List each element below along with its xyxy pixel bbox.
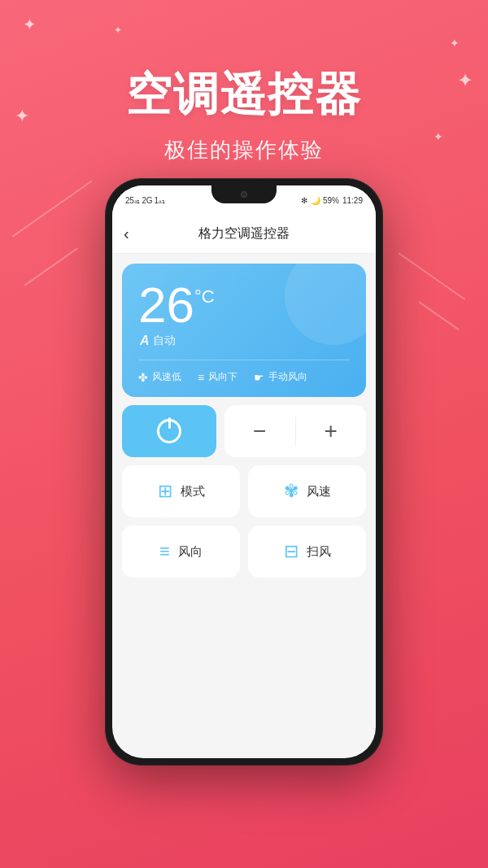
power-icon [157,419,181,443]
swing-button-label: 扫风 [307,544,331,560]
wind-direction-info: ≡ 风向下 [198,370,237,384]
temperature-card: 26 °C A 自动 ✤ 风速低 ≡ 风向下 [122,264,366,397]
mode-label: 自动 [153,334,176,348]
bluetooth-icon: ✻ [301,196,307,205]
wind-speed-func-icon: ✾ [284,481,298,502]
temp-display: 26 °C [138,280,350,330]
power-button[interactable] [122,405,216,457]
temp-increase-button[interactable]: + [296,405,367,457]
wind-speed-button[interactable]: ✾ 风速 [248,465,366,517]
wind-speed-label: 风速低 [152,370,181,384]
phone-outer: 25ₐ₁ 2G 1ₐ₁ ✻ 🌙 59% 11:29 ‹ 格力空调遥控器 26 [106,179,382,765]
mode-button[interactable]: ⊞ 模式 [122,465,240,517]
time-display: 11:29 [342,196,363,205]
mode-letter: A [140,334,150,348]
wind-direction-func-icon: ≡ [159,541,170,562]
temperature-value: 26 [138,280,194,330]
temperature-unit: °C [194,286,215,308]
wind-manual-icon: ☛ [254,371,264,384]
wind-direction-label: 风向下 [208,370,237,384]
swing-func-icon: ⊟ [284,541,298,562]
mode-icon: ⊞ [158,481,172,502]
wind-speed-icon: ✤ [138,371,148,384]
app-header: ‹ 格力空调遥控器 [112,215,376,254]
status-right: ✻ 🌙 59% 11:29 [301,196,363,205]
wind-manual-label: 手动风向 [268,370,307,384]
signal-indicator: 25ₐ₁ 2G 1ₐ₁ [125,196,164,205]
wind-direction-icon: ≡ [198,371,204,384]
battery-indicator: 🌙 59% [311,196,339,205]
wind-speed-button-label: 风速 [307,484,331,499]
notch [211,185,277,203]
temp-info-row: ✤ 风速低 ≡ 风向下 ☛ 手动风向 [138,360,350,384]
ac-panel: 26 °C A 自动 ✤ 风速低 ≡ 风向下 [112,254,376,587]
wind-speed-info: ✤ 风速低 [138,370,181,384]
sub-title: 极佳的操作体验 [164,136,324,164]
wind-direction-button-label: 风向 [178,544,203,560]
back-button[interactable]: ‹ [124,225,129,243]
temp-decrease-button[interactable]: − [224,405,295,457]
phone-screen: 25ₐ₁ 2G 1ₐ₁ ✻ 🌙 59% 11:29 ‹ 格力空调遥控器 26 [112,185,376,758]
temperature-controls: − + [224,405,366,457]
power-temp-row: − + [122,405,366,457]
status-bar: 25ₐ₁ 2G 1ₐ₁ ✻ 🌙 59% 11:29 [112,185,376,215]
wind-direction-button[interactable]: ≡ 风向 [122,526,240,578]
mode-display: A 自动 [140,334,350,348]
function-buttons-grid: ⊞ 模式 ✾ 风速 ≡ 风向 ⊟ 扫风 [122,465,366,578]
swing-button[interactable]: ⊟ 扫风 [248,526,366,578]
mode-button-label: 模式 [181,484,205,499]
phone-frame: 25ₐ₁ 2G 1ₐ₁ ✻ 🌙 59% 11:29 ‹ 格力空调遥控器 26 [106,179,382,765]
app-header-title: 格力空调遥控器 [198,225,290,242]
main-title: 空调遥控器 [126,64,362,126]
camera [241,191,247,198]
wind-manual-info: ☛ 手动风向 [254,370,307,384]
